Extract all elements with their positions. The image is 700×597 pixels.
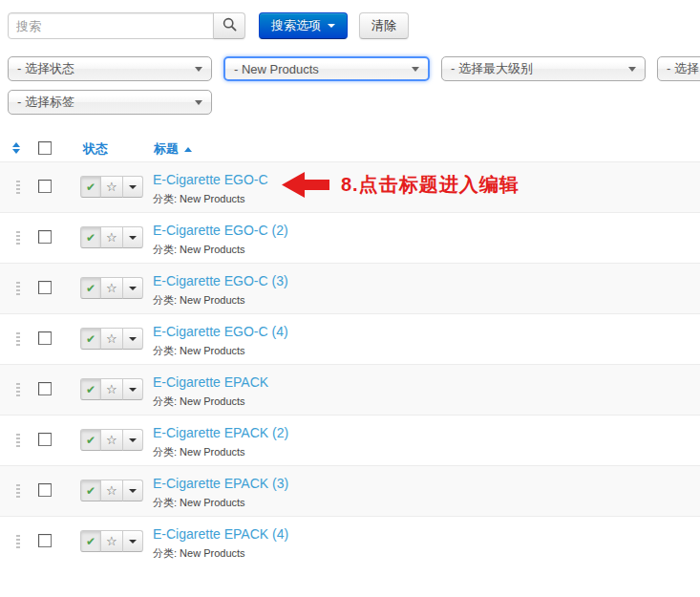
search-input[interactable] [8, 12, 214, 39]
article-title-link[interactable]: E-Cigarette EGO-C [153, 172, 268, 187]
tag-filter-value: - 选择标签 [17, 94, 74, 111]
search-submit-button[interactable] [213, 12, 245, 39]
check-icon: ✔ [86, 282, 95, 295]
article-title-link[interactable]: E-Cigarette EPACK (3) [153, 476, 288, 491]
filter-bar-second: - 选择标签 [8, 90, 212, 115]
category-line: 分类: New Products [153, 445, 288, 459]
row-checkbox[interactable] [38, 331, 52, 345]
star-icon: ☆ [106, 281, 117, 295]
article-title-link[interactable]: E-Cigarette EPACK (4) [153, 526, 288, 542]
category-line: 分类: New Products [153, 344, 288, 358]
category-line: 分类: New Products [153, 243, 288, 257]
check-icon: ✔ [86, 181, 95, 194]
row-checkbox[interactable] [38, 433, 52, 446]
table-row: ✔ ☆ E-Cigarette EGO-C (2) 分类: New Produc… [0, 212, 700, 263]
drag-handle-icon[interactable] [16, 535, 20, 549]
title-cell: E-Cigarette EGO-C 分类: New Products [153, 171, 268, 206]
max-levels-filter-select[interactable]: - 选择最大级别 [441, 56, 646, 81]
ordering-sort-icon[interactable] [12, 142, 20, 154]
publish-button[interactable]: ✔ [80, 429, 101, 451]
publish-button[interactable]: ✔ [80, 328, 101, 350]
drag-handle-icon[interactable] [16, 332, 20, 347]
tag-filter-select[interactable]: - 选择标签 [8, 90, 212, 115]
table-row: ✔ ☆ E-Cigarette EPACK (4) 分类: New Produc… [0, 516, 700, 566]
row-checkbox[interactable] [38, 230, 52, 244]
status-dropdown-button[interactable] [122, 378, 143, 400]
title-cell: E-Cigarette EGO-C (3) 分类: New Products [153, 272, 288, 308]
status-dropdown-button[interactable] [122, 429, 143, 451]
drag-handle-icon[interactable] [16, 282, 20, 296]
feature-button[interactable]: ☆ [100, 226, 123, 248]
feature-button[interactable]: ☆ [100, 530, 123, 552]
article-title-link[interactable]: E-Cigarette EGO-C (4) [153, 324, 288, 339]
check-icon: ✔ [86, 383, 95, 396]
article-title-link[interactable]: E-Cigarette EPACK [153, 374, 268, 390]
access-filter-select[interactable]: - 选择 [657, 56, 700, 81]
category-line: 分类: New Products [153, 546, 288, 561]
category-filter-select[interactable]: - New Products [223, 56, 430, 81]
category-line: 分类: New Products [153, 293, 288, 308]
status-dropdown-button[interactable] [122, 277, 143, 299]
category-line: 分类: New Products [153, 192, 268, 206]
publish-button[interactable]: ✔ [80, 480, 101, 501]
feature-button[interactable]: ☆ [100, 176, 123, 198]
chevron-down-icon [628, 67, 636, 72]
title-cell: E-Cigarette EPACK (3) 分类: New Products [153, 475, 288, 510]
drag-handle-icon[interactable] [16, 181, 20, 195]
sort-ascending-icon [184, 147, 192, 152]
status-dropdown-button[interactable] [122, 328, 143, 350]
drag-handle-icon[interactable] [16, 484, 20, 499]
status-button-group: ✔ ☆ [80, 480, 143, 501]
search-options-button[interactable]: 搜索选项 [259, 12, 348, 39]
publish-button[interactable]: ✔ [80, 378, 101, 400]
row-checkbox[interactable] [38, 180, 52, 193]
feature-button[interactable]: ☆ [100, 480, 123, 501]
star-icon: ☆ [106, 483, 117, 498]
title-cell: E-Cigarette EGO-C (2) 分类: New Products [153, 222, 288, 257]
table-row: ✔ ☆ E-Cigarette EPACK (3) 分类: New Produc… [0, 465, 700, 516]
filter-bar: - 选择状态 - New Products - 选择最大级别 - 选择 [8, 56, 700, 81]
check-icon: ✔ [86, 332, 95, 346]
chevron-down-icon [129, 388, 137, 392]
status-dropdown-button[interactable] [122, 226, 143, 248]
status-dropdown-button[interactable] [122, 480, 143, 501]
drag-handle-icon[interactable] [16, 231, 20, 245]
star-icon: ☆ [106, 534, 117, 548]
title-column-header[interactable]: 标题 [154, 140, 192, 158]
publish-button[interactable]: ✔ [80, 530, 101, 552]
chevron-down-icon [328, 24, 335, 28]
status-dropdown-button[interactable] [122, 530, 143, 552]
check-icon: ✔ [86, 434, 95, 447]
publish-button[interactable]: ✔ [80, 277, 101, 299]
feature-button[interactable]: ☆ [100, 429, 123, 451]
clear-button[interactable]: 清除 [359, 12, 409, 39]
row-checkbox[interactable] [38, 534, 52, 547]
category-line: 分类: New Products [153, 394, 268, 409]
status-button-group: ✔ ☆ [80, 328, 143, 350]
select-all-checkbox[interactable] [38, 141, 52, 155]
status-filter-value: - 选择状态 [17, 60, 74, 77]
star-icon: ☆ [106, 180, 117, 194]
status-filter-select[interactable]: - 选择状态 [8, 56, 212, 81]
articles-table: 状态 标题 ✔ ☆ E-Cigarette EGO-C 分类: New Prod… [0, 136, 700, 566]
article-title-link[interactable]: E-Cigarette EPACK (2) [153, 425, 288, 440]
row-checkbox[interactable] [38, 483, 52, 497]
status-button-group: ✔ ☆ [80, 277, 143, 299]
check-icon: ✔ [86, 231, 95, 245]
status-dropdown-button[interactable] [122, 176, 143, 198]
row-checkbox[interactable] [38, 382, 52, 395]
article-title-link[interactable]: E-Cigarette EGO-C (2) [153, 223, 288, 238]
drag-handle-icon[interactable] [16, 383, 20, 397]
article-title-link[interactable]: E-Cigarette EGO-C (3) [153, 273, 288, 288]
feature-button[interactable]: ☆ [100, 277, 123, 299]
publish-button[interactable]: ✔ [80, 176, 101, 198]
drag-handle-icon[interactable] [16, 434, 20, 448]
row-checkbox[interactable] [38, 281, 52, 294]
category-line: 分类: New Products [153, 496, 288, 510]
star-icon: ☆ [106, 230, 117, 245]
feature-button[interactable]: ☆ [100, 328, 123, 350]
feature-button[interactable]: ☆ [100, 378, 123, 400]
star-icon: ☆ [106, 382, 117, 396]
publish-button[interactable]: ✔ [80, 226, 101, 248]
status-column-header[interactable]: 状态 [83, 140, 108, 158]
